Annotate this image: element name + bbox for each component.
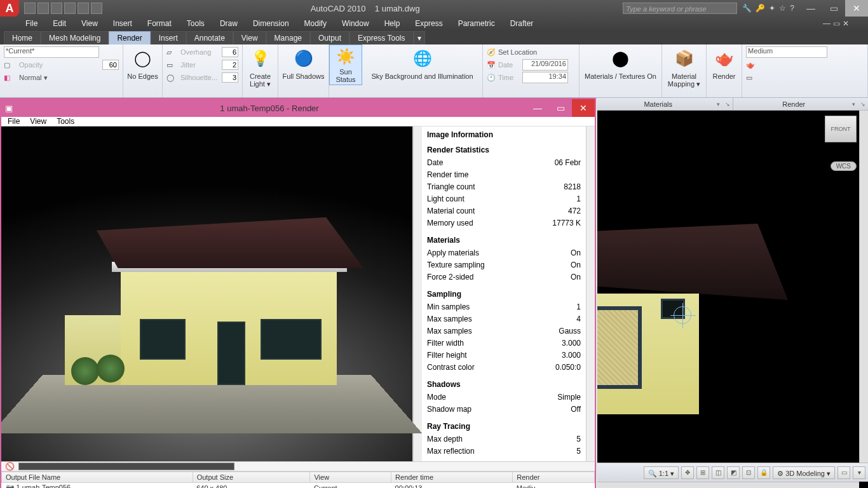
date-value[interactable]: 21/09/2016 [522, 59, 568, 71]
model-viewport[interactable]: Materials▾↘ Render▾↘ FRONT WCS 🔍 1:1 ▾ ✥… [597, 98, 868, 488]
menu-file[interactable]: File [19, 18, 44, 29]
visual-style-select[interactable]: *Current* [4, 46, 99, 58]
render-icon[interactable]: 🫖 [712, 46, 737, 71]
tab-manage[interactable]: Manage [266, 31, 310, 44]
menu-modify[interactable]: Modify [298, 18, 333, 29]
menu-dimension[interactable]: Dimension [247, 18, 295, 29]
rw-maximize-button[interactable]: ▭ [549, 99, 572, 117]
table-header[interactable]: Render time [391, 472, 513, 483]
viewport-scrollbar-v[interactable] [859, 111, 868, 482]
render-window-titlebar[interactable]: ▣ 1 umah-Temp056 - Render — ▭ ✕ [1, 99, 595, 117]
overhang-input[interactable] [222, 47, 238, 57]
rw-menu-view[interactable]: View [30, 117, 46, 126]
status-icon-6[interactable]: 🔒 [757, 466, 770, 479]
qat-save-icon[interactable] [51, 3, 62, 14]
favorite-icon[interactable]: ☆ [779, 4, 786, 13]
sun-status-icon[interactable]: ☀️ [333, 46, 358, 67]
render-preset-select[interactable]: Medium [746, 46, 827, 58]
view-cube[interactable]: FRONT [825, 116, 857, 142]
qat-undo-icon[interactable] [64, 3, 76, 14]
tab-mesh[interactable]: Mesh Modeling [41, 31, 109, 44]
search-input[interactable]: Type a keyword or phrase [623, 3, 737, 14]
status-icon-1[interactable]: ✥ [681, 466, 694, 479]
tab-expand-icon[interactable]: ▾ [414, 31, 425, 44]
rw-scrollbar-v[interactable] [413, 126, 422, 461]
rw-info-scrollbar[interactable] [586, 126, 595, 461]
set-location-label[interactable]: Set Location [498, 48, 537, 56]
status-icon-3[interactable]: ◫ [712, 466, 724, 479]
qat-print-icon[interactable] [91, 3, 102, 14]
tab-home[interactable]: Home [4, 31, 41, 44]
infocenter-icon[interactable]: 🔧 [742, 4, 752, 13]
minimize-button[interactable]: — [799, 0, 822, 17]
menu-insert[interactable]: Insert [107, 18, 139, 29]
render-region-icon[interactable]: ▭ [746, 74, 752, 82]
qat-new-icon[interactable] [24, 3, 36, 14]
normal-select[interactable]: Normal [19, 74, 41, 81]
key-icon[interactable]: 🔑 [756, 4, 765, 13]
rw-close-button[interactable]: ✕ [572, 99, 595, 117]
status-icon-4[interactable]: ◩ [727, 466, 740, 479]
qat-redo-icon[interactable] [78, 3, 89, 14]
silhouette-input[interactable] [222, 72, 238, 83]
qat-open-icon[interactable] [37, 3, 49, 14]
maximize-button[interactable]: ▭ [822, 0, 845, 17]
tab-insert[interactable]: Insert [151, 31, 186, 44]
full-shadows-icon[interactable]: 🔵 [291, 46, 316, 71]
workspace-select[interactable]: ⚙ 3D Modeling ▾ [773, 466, 835, 479]
status-icon-8[interactable]: ▾ [853, 466, 865, 479]
location-icon[interactable]: 🧭 [487, 48, 496, 57]
cancel-render-icon[interactable]: 🚫 [5, 462, 15, 471]
menu-parametric[interactable]: Parametric [452, 18, 501, 29]
wcs-badge[interactable]: WCS [831, 161, 857, 171]
render-canvas[interactable] [1, 126, 413, 461]
materials-toggle-icon[interactable]: ⬤ [608, 46, 634, 71]
cube-icon[interactable]: ▢ [4, 61, 17, 69]
tab-output[interactable]: Output [310, 31, 349, 44]
app-logo[interactable]: A [0, 0, 19, 17]
status-icon-5[interactable]: ⊡ [742, 466, 755, 479]
viewport-scrollbar-h[interactable] [597, 482, 859, 488]
time-value[interactable]: 19:34 [522, 72, 568, 83]
tab-annotate[interactable]: Annotate [186, 31, 233, 44]
tab-view[interactable]: View [233, 31, 266, 44]
close-button[interactable]: ✕ [845, 0, 868, 17]
menu-draw[interactable]: Draw [214, 18, 244, 29]
material-mapping-icon[interactable]: 📦 [672, 46, 697, 71]
help-icon[interactable]: ? [790, 4, 794, 13]
create-light-icon[interactable]: 💡 [248, 46, 273, 71]
sky-icon[interactable]: 🌐 [410, 46, 435, 71]
rw-menu-tools[interactable]: Tools [57, 117, 74, 126]
materials-panel-title[interactable]: Materials [600, 100, 717, 108]
menu-edit[interactable]: Edit [46, 18, 72, 29]
scale-select[interactable]: 🔍 1:1 ▾ [644, 466, 679, 479]
tab-render[interactable]: Render [109, 31, 150, 44]
table-row[interactable]: 📷 1 umah-Temp056640 x 480Current00:00:13… [2, 483, 595, 489]
doc-close-icon[interactable]: ✕ [843, 19, 849, 28]
menu-drafter[interactable]: Drafter [504, 18, 540, 29]
menu-window[interactable]: Window [336, 18, 376, 29]
normal-icon[interactable]: ◧ [4, 74, 17, 82]
table-header[interactable]: View [310, 472, 391, 483]
jitter-input[interactable] [222, 60, 238, 70]
menu-tools[interactable]: Tools [180, 18, 211, 29]
rw-minimize-button[interactable]: — [526, 99, 549, 117]
opacity-input[interactable] [102, 60, 119, 70]
table-header[interactable]: Render [513, 472, 595, 483]
no-edges-icon[interactable]: ◯ [130, 46, 156, 71]
exchange-icon[interactable]: ✦ [769, 4, 775, 13]
menu-express[interactable]: Express [409, 18, 449, 29]
status-icon-7[interactable]: ▭ [837, 466, 850, 479]
tab-express[interactable]: Express Tools [349, 31, 413, 44]
menu-help[interactable]: Help [378, 18, 407, 29]
doc-restore-icon[interactable]: ▭ [833, 19, 840, 28]
render-panel-title[interactable]: Render [736, 100, 853, 108]
table-header[interactable]: Output Size [193, 472, 310, 483]
teapot-small-icon[interactable]: 🫖 [746, 61, 755, 69]
rw-menu-file[interactable]: File [8, 117, 20, 126]
menu-view[interactable]: View [75, 18, 104, 29]
doc-minimize-icon[interactable]: — [823, 19, 831, 28]
table-header[interactable]: Output File Name [2, 472, 193, 483]
menu-format[interactable]: Format [141, 18, 178, 29]
status-icon-2[interactable]: ⊞ [696, 466, 709, 479]
